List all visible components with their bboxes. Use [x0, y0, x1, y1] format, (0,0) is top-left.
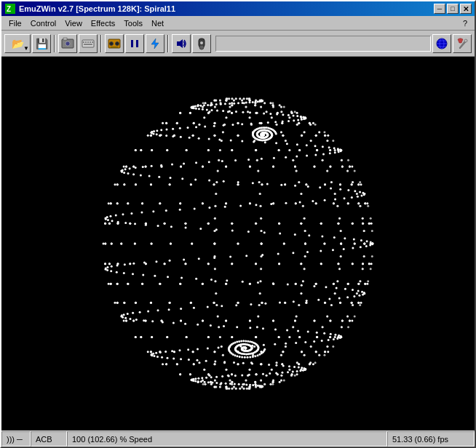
- svg-rect-10: [92, 41, 93, 43]
- turbo-button[interactable]: [146, 34, 164, 53]
- svg-marker-19: [177, 39, 183, 48]
- open-button[interactable]: 📂 ▼: [4, 34, 31, 53]
- title-buttons: ─ □ ✕: [434, 4, 472, 14]
- svg-rect-6: [83, 41, 84, 43]
- main-window: Z EmuZWin v2.7 [Spectrum 128K]: Spiral11…: [0, 0, 476, 448]
- status-speed: 100 (102.66) % Speed: [67, 431, 387, 447]
- maximize-button[interactable]: □: [447, 4, 459, 14]
- status-left-text: ))) ─: [7, 435, 23, 444]
- menu-file[interactable]: File: [4, 17, 26, 29]
- status-fps-text: 51.33 (0.66) fps: [392, 435, 448, 444]
- svg-rect-3: [63, 38, 67, 40]
- svg-point-13: [110, 41, 114, 45]
- status-left: ))) ─: [1, 431, 31, 447]
- menu-effects[interactable]: Effects: [87, 17, 119, 29]
- svg-rect-8: [87, 41, 89, 43]
- tape-button[interactable]: [105, 34, 124, 53]
- status-fps: 51.33 (0.66) fps: [387, 431, 475, 447]
- close-button[interactable]: ✕: [460, 4, 472, 14]
- svg-point-14: [116, 41, 119, 45]
- main-area: [1, 57, 475, 431]
- minimize-button[interactable]: ─: [434, 4, 445, 14]
- toolbar: 📂 ▼ 💾: [1, 31, 475, 57]
- toolbar-separator-2: [100, 35, 102, 52]
- svg-rect-16: [131, 40, 133, 47]
- status-speed-text: 100 (102.66) % Speed: [72, 435, 152, 444]
- app-icon: Z: [4, 3, 16, 15]
- svg-point-22: [200, 41, 203, 44]
- snapshot-button[interactable]: [58, 34, 77, 53]
- menu-tools[interactable]: Tools: [119, 17, 147, 29]
- svg-text:Z: Z: [7, 5, 11, 13]
- menu-control[interactable]: Control: [26, 17, 60, 29]
- svg-point-21: [199, 45, 204, 49]
- spectrum-display: [1, 57, 475, 431]
- svg-rect-15: [111, 47, 118, 48]
- svg-point-28: [464, 39, 467, 42]
- title-left: Z EmuZWin v2.7 [Spectrum 128K]: Spiral11: [4, 3, 175, 15]
- joystick-button[interactable]: [192, 34, 211, 53]
- menu-view[interactable]: View: [60, 17, 87, 29]
- globe-button[interactable]: [432, 34, 451, 53]
- svg-rect-17: [136, 40, 138, 47]
- sound-button[interactable]: [172, 34, 191, 53]
- svg-rect-7: [85, 41, 87, 43]
- menubar: File Control View Effects Tools Net ?: [1, 16, 475, 31]
- address-bar: [215, 36, 431, 52]
- help-button[interactable]: ?: [459, 17, 472, 29]
- svg-marker-18: [151, 39, 159, 49]
- toolbar-separator-1: [54, 35, 55, 52]
- keyboard-button[interactable]: [79, 34, 98, 53]
- status-acb-text: ACB: [36, 435, 52, 444]
- title-text: EmuZWin v2.7 [Spectrum 128K]: Spiral11: [19, 4, 175, 13]
- status-acb: ACB: [31, 431, 67, 447]
- pause-button[interactable]: [125, 34, 144, 53]
- svg-rect-9: [90, 41, 91, 43]
- svg-point-4: [66, 41, 70, 46]
- save-button[interactable]: 💾: [32, 34, 51, 53]
- statusbar: ))) ─ ACB 100 (102.66) % Speed 51.33 (0.…: [1, 431, 475, 447]
- tools-button[interactable]: [453, 34, 472, 53]
- toolbar-separator-3: [167, 35, 169, 52]
- menu-net[interactable]: Net: [147, 17, 168, 29]
- svg-rect-11: [84, 44, 92, 45]
- titlebar: Z EmuZWin v2.7 [Spectrum 128K]: Spiral11…: [1, 1, 475, 16]
